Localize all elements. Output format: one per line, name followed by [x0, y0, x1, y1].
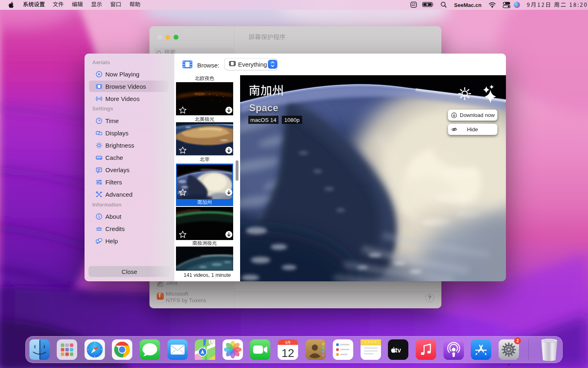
svg-text:12: 12	[281, 347, 294, 359]
svg-text:tv: tv	[395, 347, 401, 354]
